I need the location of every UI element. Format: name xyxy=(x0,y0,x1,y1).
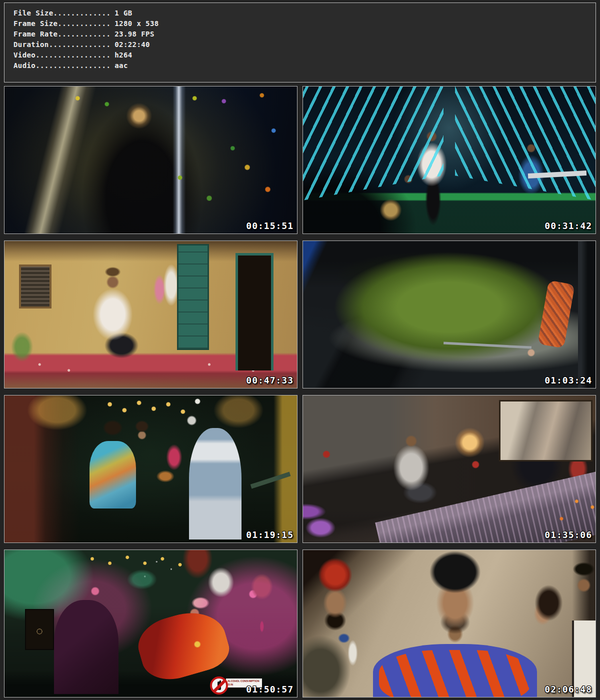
info-row-frame-rate: Frame Rate............23.98 FPS xyxy=(14,29,596,40)
thumbnail-grid: 00:15:51 00:31:42 00:47:33 01:03:24 01:1… xyxy=(4,86,596,698)
dot-leader: ............ xyxy=(58,30,110,38)
no-alcohol-icon xyxy=(210,676,228,694)
scene-shape-hoodie-figure xyxy=(54,600,118,694)
frame-rate-value: 23.98 FPS xyxy=(114,30,154,38)
audio-codec-label: Audio xyxy=(14,62,36,70)
video-thumbnail-7: ALCOHOL CONSUMPTION IS IN 01:50:57 xyxy=(4,550,298,698)
scene-shape-orange-letters xyxy=(379,650,531,698)
video-thumbnail-8: 02:06:48 xyxy=(302,550,596,698)
video-thumbnail-2: 00:31:42 xyxy=(302,86,596,234)
duration-value: 02:22:40 xyxy=(114,40,150,48)
scene-shape-railing xyxy=(250,472,291,488)
timestamp-overlay: 01:03:24 xyxy=(544,375,592,386)
video-thumbnail-6: 01:35:06 xyxy=(302,395,596,543)
video-codec-value: h264 xyxy=(114,51,132,59)
frame-size-label: Frame Size xyxy=(14,20,58,28)
video-thumbnail-5: 01:19:15 xyxy=(4,395,298,543)
info-row-frame-size: Frame Size............1280 x 538 xyxy=(14,18,596,29)
video-thumbnail-3: 00:47:33 xyxy=(4,240,298,388)
timestamp-overlay: 01:35:06 xyxy=(544,530,592,540)
file-info-panel: File Size.............1 GB Frame Size...… xyxy=(4,2,596,82)
dot-leader: ............. xyxy=(53,9,110,17)
video-codec-label: Video xyxy=(14,51,36,59)
scene-shape-door-frame xyxy=(578,241,596,388)
file-size-label: File Size xyxy=(14,9,53,17)
scene-shape-red-jacket-figure xyxy=(132,604,234,688)
scene-shape-paisley-jacket xyxy=(90,441,136,508)
dot-leader: ................. xyxy=(36,51,110,59)
timestamp-overlay: 01:50:57 xyxy=(246,684,294,694)
dot-leader: .............. xyxy=(49,40,111,48)
frame-size-value: 1280 x 538 xyxy=(114,20,158,28)
info-row-audio-codec: Audio.................aac xyxy=(14,60,596,71)
info-row-duration: Duration..............02:22:40 xyxy=(14,40,596,50)
video-thumbnail-1: 00:15:51 xyxy=(4,86,298,234)
timestamp-overlay: 00:15:51 xyxy=(246,220,294,231)
scene-shape-chrome-trim xyxy=(444,342,532,348)
scene-shape-plaid-sleeve xyxy=(538,280,574,349)
dot-leader: ............ xyxy=(58,20,110,28)
scene-shape-led-stripes-left xyxy=(302,86,444,203)
scene-shape-doorway xyxy=(236,253,274,370)
file-size-value: 1 GB xyxy=(114,9,132,17)
info-row-file-size: File Size.............1 GB xyxy=(14,8,596,18)
timestamp-overlay: 01:19:15 xyxy=(246,530,294,540)
video-thumbnail-4: 01:03:24 xyxy=(302,240,596,388)
timestamp-overlay: 00:31:42 xyxy=(544,220,592,231)
timestamp-overlay: 00:47:33 xyxy=(246,375,294,386)
scene-shape-screen-door xyxy=(177,244,209,350)
scene-shape-window xyxy=(19,264,51,308)
scene-shape-denim-jacket xyxy=(189,428,242,540)
dot-leader: ................. xyxy=(36,62,110,70)
scene-shape-studio-window xyxy=(499,400,592,462)
duration-label: Duration xyxy=(14,40,49,48)
frame-rate-label: Frame Rate xyxy=(14,30,58,38)
scene-shape-led-stripes-right xyxy=(455,86,596,203)
media-info-sheet: File Size.............1 GB Frame Size...… xyxy=(0,0,600,700)
timestamp-overlay: 02:06:48 xyxy=(544,684,592,694)
scene-shape-speaker xyxy=(25,609,54,650)
audio-codec-value: aac xyxy=(114,62,128,70)
info-row-video-codec: Video.................h264 xyxy=(14,50,596,60)
